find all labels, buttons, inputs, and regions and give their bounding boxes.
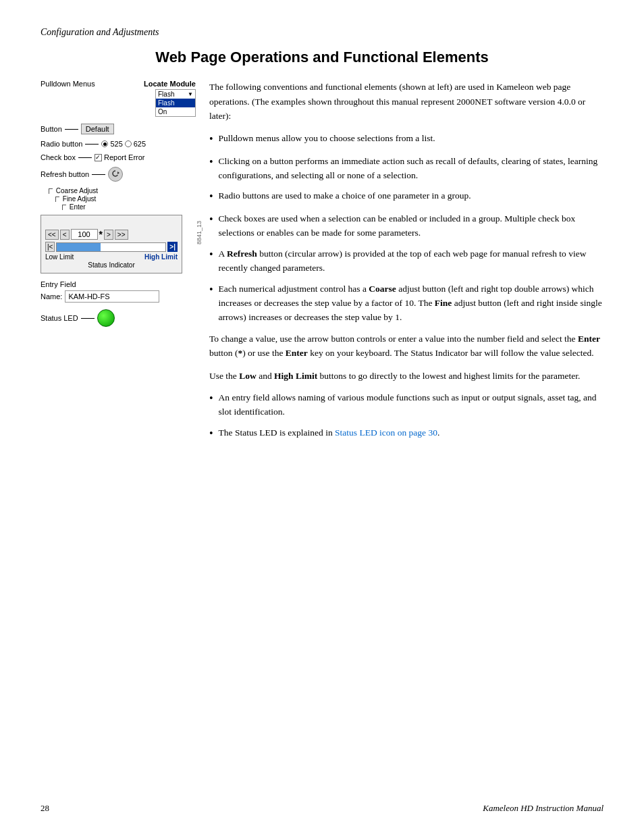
radio-625-label: 625 (134, 140, 146, 148)
bullet-1: Pulldown menus allow you to choose selec… (209, 132, 603, 148)
intro-paragraph: The following conventions and functional… (209, 80, 603, 124)
bullet-2: Clicking on a button performs an immedia… (209, 155, 603, 183)
button-label: Button (41, 125, 62, 133)
status-led-line (81, 318, 95, 319)
svg-marker-0 (117, 172, 119, 174)
bullet-2-text: Clicking on a button performs an immedia… (219, 155, 603, 183)
bullet-4: Check boxes are used when a selection ca… (209, 212, 603, 240)
checkbox-text: Report Error (104, 153, 145, 161)
pulldown-label: Pulldown Menus (41, 80, 95, 88)
checkbox-label: Check box (41, 153, 76, 161)
status-indicator-label: Status Indicator (45, 261, 178, 269)
fine-left-button[interactable]: < (60, 230, 70, 240)
radio-line (85, 144, 99, 145)
radio-525-label: 525 (110, 140, 122, 148)
pulldown-menu-wrapper: Flash ▼ Flash On (41, 89, 196, 117)
radio-525-circle[interactable] (101, 140, 108, 147)
bullet-6: Each numerical adjustment control has a … (209, 282, 603, 325)
checkbox-row: Check box ✓ Report Error (41, 153, 196, 161)
numeric-control-section: Coarse Adjust Fine Adjust Enter << < * >… (41, 187, 196, 273)
refresh-label: Refresh button (41, 170, 89, 178)
menu-item-flash-header: Flash ▼ (156, 90, 195, 99)
low-limit-label: Low Limit (45, 253, 74, 261)
high-limit-button[interactable]: >| (167, 242, 178, 252)
page-number: 28 (41, 803, 49, 814)
figure-id: 8841_13 (196, 221, 203, 244)
radio-625-circle[interactable] (125, 140, 132, 147)
entry-field-title: Entry Field (41, 280, 196, 288)
page-header: Configuration and Adjustments (41, 27, 603, 38)
enter-label: Enter (62, 203, 217, 211)
nc-limit-labels: Low Limit High Limit (45, 253, 178, 261)
nc-buttons-row: << < * > >> (45, 229, 178, 240)
numeric-control: << < * > >> |< >| Low Limit High Limit (41, 215, 182, 273)
coarse-adjust-label: Coarse Adjust (49, 187, 204, 194)
name-value: KAM-HD-FS (68, 292, 109, 301)
name-label: Name: (41, 292, 62, 301)
menu-item-on[interactable]: On (156, 107, 195, 116)
button-line (65, 129, 78, 130)
checkbox-demo: ✓ Report Error (95, 153, 145, 161)
pulldown-section: Pulldown Menus Locate Module Flash ▼ Fla… (41, 80, 196, 117)
pulldown-menu[interactable]: Flash ▼ Flash On (155, 89, 196, 117)
coarse-right-button[interactable]: >> (115, 230, 128, 240)
bullet-9: An entry field allows naming of various … (209, 391, 603, 419)
bullet-5: A Refresh button (circular arrow) is pro… (209, 247, 603, 276)
checkbox-box[interactable]: ✓ (95, 154, 102, 161)
enter-star-button[interactable]: * (99, 229, 103, 240)
manual-title: Kameleon HD Instruction Manual (483, 803, 603, 814)
bullet-list-2: An entry field allows naming of various … (209, 391, 603, 442)
entry-field-section: Entry Field Name: KAM-HD-FS (41, 280, 196, 303)
radio-row: Radio button 525 625 (41, 140, 196, 148)
name-input[interactable]: KAM-HD-FS (65, 290, 159, 303)
default-button[interactable]: Default (81, 124, 114, 134)
paragraph-low-high: Use the Low and High Limit buttons to go… (209, 369, 603, 384)
content-area: Pulldown Menus Locate Module Flash ▼ Fla… (41, 80, 603, 449)
bullet-10: The Status LED is explained in Status LE… (209, 426, 603, 442)
right-panel: The following conventions and functional… (209, 80, 603, 449)
locate-module-label: Locate Module (144, 80, 196, 88)
nc-slider-row: |< >| (45, 242, 178, 252)
nc-slider-track[interactable] (56, 242, 166, 252)
bullet-list: Pulldown menus allow you to choose selec… (209, 132, 603, 325)
page-title: Web Page Operations and Functional Eleme… (41, 49, 603, 66)
intro-text: The following conventions and functional… (209, 82, 585, 121)
paragraph-enter: To change a value, use the arrow button … (209, 332, 603, 361)
refresh-button[interactable] (108, 167, 123, 182)
bullet-3-text: Radio buttons are used to make a choice … (219, 189, 471, 205)
page-footer: 28 Kameleon HD Instruction Manual (41, 803, 603, 814)
pulldown-arrow-icon: ▼ (188, 91, 193, 97)
nc-value-input[interactable] (71, 229, 98, 240)
status-led-label: Status LED (41, 314, 78, 322)
menu-item-flash-selected[interactable]: Flash (156, 99, 195, 107)
coarse-left-button[interactable]: << (45, 230, 59, 240)
fine-right-button[interactable]: > (104, 230, 113, 240)
bullet-9-text: An entry field allows naming of various … (219, 391, 603, 419)
high-limit-label: High Limit (144, 253, 178, 261)
status-led-indicator (97, 309, 115, 327)
pulldown-label-row: Pulldown Menus Locate Module (41, 80, 196, 88)
bullet-5-text: A Refresh button (circular arrow) is pro… (219, 247, 603, 276)
status-led-link[interactable]: Status LED icon on page 30 (335, 427, 437, 438)
bullet-6-text: Each numerical adjustment control has a … (219, 282, 603, 325)
bullet-4-text: Check boxes are used when a selection ca… (219, 212, 603, 240)
refresh-icon (111, 170, 120, 179)
nc-slider-fill (57, 243, 100, 251)
radio-demo: 525 625 (101, 140, 146, 148)
refresh-line (92, 174, 105, 175)
bullet-10-text: The Status LED is explained in Status LE… (219, 426, 440, 442)
status-led-row: Status LED (41, 309, 196, 327)
entry-field-row: Name: KAM-HD-FS (41, 290, 196, 303)
low-limit-button[interactable]: |< (45, 242, 55, 252)
button-row: Button Default (41, 124, 196, 134)
refresh-row: Refresh button (41, 167, 196, 182)
radio-label: Radio button (41, 140, 82, 148)
breadcrumb: Configuration and Adjustments (41, 27, 159, 37)
bullet-3: Radio buttons are used to make a choice … (209, 189, 603, 205)
left-panel: Pulldown Menus Locate Module Flash ▼ Fla… (41, 80, 196, 449)
checkbox-line (78, 157, 92, 158)
bullet-1-text: Pulldown menus allow you to choose selec… (219, 132, 435, 148)
fine-adjust-label: Fine Adjust (55, 195, 211, 203)
